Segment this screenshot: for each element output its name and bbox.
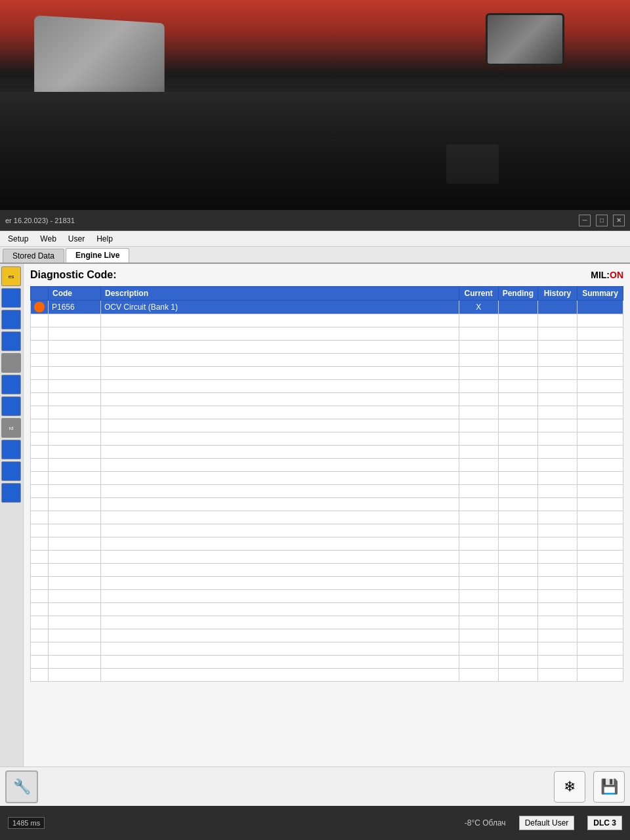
tab-stored-data[interactable]: Stored Data — [3, 249, 64, 262]
table-row-empty[interactable] — [31, 380, 623, 393]
table-row-empty[interactable] — [31, 367, 623, 380]
empty-code — [49, 327, 101, 341]
minimize-button[interactable]: ─ — [579, 215, 591, 226]
empty-code — [49, 446, 101, 459]
empty-code — [49, 524, 101, 537]
empty-icon-cell — [31, 616, 49, 629]
tab-engine-live[interactable]: Engine Live — [66, 248, 129, 262]
table-row-empty[interactable] — [31, 432, 623, 446]
table-row-empty[interactable] — [31, 577, 623, 590]
table-row-empty[interactable] — [31, 341, 623, 354]
table-row-empty[interactable] — [31, 564, 623, 577]
menu-web[interactable]: Web — [35, 233, 61, 245]
empty-desc — [101, 590, 459, 603]
table-row-empty[interactable] — [31, 314, 623, 327]
table-row-empty[interactable] — [31, 669, 623, 682]
row-code: P1656 — [49, 301, 101, 314]
empty-history — [538, 341, 578, 354]
empty-history — [538, 367, 578, 380]
empty-icon-cell — [31, 669, 49, 682]
empty-history — [538, 669, 578, 682]
panel-title: Diagnostic Code: — [30, 269, 117, 281]
empty-current — [459, 393, 498, 406]
empty-code — [49, 537, 101, 551]
snowflake-button[interactable]: ❄ — [554, 771, 585, 803]
sidebar-btn-5[interactable] — [1, 353, 21, 373]
table-row-empty[interactable] — [31, 485, 623, 498]
title-bar: er 16.20.023) - 21831 ─ □ ✕ — [0, 210, 630, 231]
empty-pending — [498, 511, 537, 524]
table-row-empty[interactable] — [31, 498, 623, 511]
empty-icon-cell — [31, 537, 49, 551]
empty-pending — [498, 564, 537, 577]
table-row-empty[interactable] — [31, 629, 623, 642]
table-row-empty[interactable] — [31, 656, 623, 669]
table-row-empty[interactable] — [31, 354, 623, 367]
sidebar-btn-1[interactable]: es — [1, 266, 21, 286]
empty-summary — [578, 341, 623, 354]
mil-badge: MIL:ON — [591, 270, 623, 280]
table-row-empty[interactable] — [31, 590, 623, 603]
table-row-empty[interactable] — [31, 327, 623, 341]
table-row-empty[interactable] — [31, 524, 623, 537]
table-row-empty[interactable] — [31, 459, 623, 472]
restore-button[interactable]: □ — [596, 215, 608, 226]
empty-code — [49, 459, 101, 472]
table-row-empty[interactable] — [31, 642, 623, 656]
sidebar-btn-label-8: rd — [9, 425, 13, 431]
menu-user[interactable]: User — [63, 233, 90, 245]
empty-icon-cell — [31, 511, 49, 524]
table-row-empty[interactable] — [31, 603, 623, 616]
empty-desc — [101, 603, 459, 616]
empty-code — [49, 472, 101, 485]
table-row-empty[interactable] — [31, 393, 623, 406]
content-panel: Diagnostic Code: MIL:ON Code Description… — [24, 264, 630, 840]
empty-current — [459, 524, 498, 537]
empty-summary — [578, 354, 623, 367]
empty-desc — [101, 524, 459, 537]
sidebar-btn-2[interactable] — [1, 288, 21, 308]
save-button[interactable]: 💾 — [593, 771, 625, 803]
empty-history — [538, 577, 578, 590]
row-icon-cell — [31, 301, 49, 314]
empty-pending — [498, 393, 537, 406]
empty-desc — [101, 406, 459, 419]
empty-icon-cell — [31, 406, 49, 419]
empty-code — [49, 577, 101, 590]
sidebar-btn-10[interactable] — [1, 461, 21, 481]
menu-help[interactable]: Help — [91, 233, 118, 245]
empty-pending — [498, 314, 537, 327]
sidebar-btn-9[interactable] — [1, 440, 21, 459]
empty-icon-cell — [31, 577, 49, 590]
empty-pending — [498, 642, 537, 656]
table-row-empty[interactable] — [31, 419, 623, 432]
empty-code — [49, 656, 101, 669]
sidebar-btn-8[interactable]: rd — [1, 418, 21, 438]
table-row-empty[interactable] — [31, 406, 623, 419]
empty-history — [538, 327, 578, 341]
table-row-empty[interactable] — [31, 551, 623, 564]
table-row-empty[interactable] — [31, 537, 623, 551]
sidebar-btn-6[interactable] — [1, 375, 21, 394]
empty-icon-cell — [31, 354, 49, 367]
close-button[interactable]: ✕ — [613, 215, 625, 226]
empty-history — [538, 551, 578, 564]
sidebar-btn-4[interactable] — [1, 331, 21, 351]
sidebar-btn-3[interactable] — [1, 310, 21, 329]
empty-code — [49, 616, 101, 629]
dlc-badge: DLC 3 — [587, 816, 622, 830]
empty-current — [459, 446, 498, 459]
table-row-empty[interactable] — [31, 446, 623, 459]
menu-setup[interactable]: Setup — [3, 233, 33, 245]
empty-summary — [578, 603, 623, 616]
table-row[interactable]: P1656 OCV Circuit (Bank 1) X — [31, 301, 623, 314]
empty-pending — [498, 472, 537, 485]
empty-pending — [498, 629, 537, 642]
table-row-empty[interactable] — [31, 616, 623, 629]
sidebar-btn-11[interactable] — [1, 483, 21, 503]
table-row-empty[interactable] — [31, 511, 623, 524]
empty-code — [49, 551, 101, 564]
sidebar-btn-7[interactable] — [1, 396, 21, 416]
empty-desc — [101, 577, 459, 590]
table-row-empty[interactable] — [31, 472, 623, 485]
